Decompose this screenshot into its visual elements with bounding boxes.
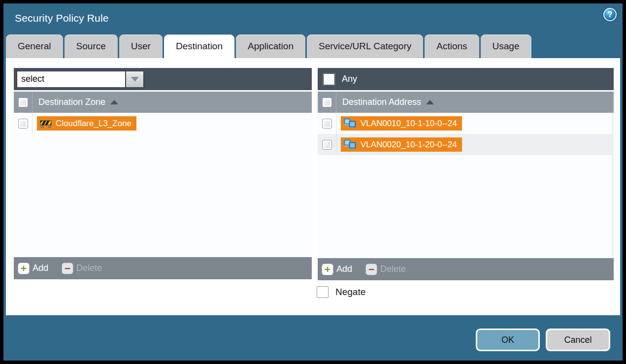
zone-column-text: Destination Zone <box>38 97 105 107</box>
dialog-title: Security Policy Rule <box>15 12 109 24</box>
address-list: VLAN0010_10-1-10-0--24 <box>318 113 614 258</box>
address-add-label: Add <box>336 264 352 274</box>
address-delete-label: Delete <box>380 264 406 274</box>
zone-add-button[interactable]: + Add <box>18 263 57 274</box>
tab-usage[interactable]: Usage <box>481 34 531 58</box>
table-row: Cloudflare_L3_Zone <box>14 113 312 134</box>
address-row-checkbox-1[interactable] <box>322 119 332 129</box>
security-policy-rule-dialog: Security Policy Rule ? General Source Us… <box>3 3 623 361</box>
sort-ascending-icon <box>110 100 118 104</box>
zone-delete-label: Delete <box>76 263 102 273</box>
address-column-label[interactable]: Destination Address <box>342 97 434 107</box>
row-checkbox-cell <box>318 113 336 134</box>
any-toolbar: Any <box>318 68 614 90</box>
zone-panel-footer: + Add − Delete <box>14 257 312 279</box>
negate-label: Negate <box>335 287 365 298</box>
zone-select-combo <box>16 70 144 88</box>
tab-source[interactable]: Source <box>65 34 118 58</box>
address-icon <box>344 118 357 129</box>
tab-destination[interactable]: Destination <box>164 34 234 58</box>
address-item-2[interactable]: VLAN0020_10-1-20-0--24 <box>341 137 462 152</box>
sort-ascending-icon <box>426 100 434 104</box>
row-checkbox-cell <box>14 113 33 134</box>
address-item-1[interactable]: VLAN0010_10-1-10-0--24 <box>341 116 462 131</box>
cancel-button[interactable]: Cancel <box>546 329 610 351</box>
delete-icon: − <box>62 263 73 274</box>
address-row-checkbox-2[interactable] <box>322 140 332 150</box>
negate-checkbox[interactable] <box>317 286 329 298</box>
zone-column-label[interactable]: Destination Zone <box>38 97 118 107</box>
row-checkbox-cell <box>318 134 336 155</box>
any-label: Any <box>342 74 357 84</box>
tab-actions[interactable]: Actions <box>425 34 479 58</box>
zone-item-label: Cloudflare_L3_Zone <box>56 119 132 129</box>
any-checkbox[interactable] <box>323 73 335 85</box>
zone-column-header: Destination Zone <box>14 92 312 113</box>
zone-select-input[interactable] <box>17 71 125 87</box>
zone-item[interactable]: Cloudflare_L3_Zone <box>37 116 136 131</box>
add-icon: + <box>18 263 29 274</box>
tab-application[interactable]: Application <box>236 34 305 58</box>
negate-option: Negate <box>317 286 365 298</box>
address-add-button[interactable]: + Add <box>322 264 361 275</box>
address-panel-footer: + Add − Delete <box>318 258 614 280</box>
zone-row-checkbox[interactable] <box>18 119 28 129</box>
address-item-label: VLAN0020_10-1-20-0--24 <box>361 140 457 150</box>
zone-filter-toolbar <box>14 68 312 90</box>
destination-zone-panel: Destination Zone <box>14 68 312 279</box>
table-row: VLAN0020_10-1-20-0--24 <box>318 134 612 155</box>
zone-select-dropdown-button[interactable] <box>125 71 143 87</box>
chevron-down-icon <box>131 77 139 82</box>
address-column-header: Destination Address <box>318 92 614 113</box>
tab-service-url-category[interactable]: Service/URL Category <box>307 34 423 58</box>
table-row: VLAN0010_10-1-10-0--24 <box>318 113 612 134</box>
tab-user[interactable]: User <box>119 34 163 58</box>
address-column-text: Destination Address <box>342 97 421 107</box>
zone-add-label: Add <box>33 263 48 273</box>
address-delete-button[interactable]: − Delete <box>366 264 415 275</box>
zone-icon <box>40 119 52 128</box>
address-select-all-cell <box>318 92 336 113</box>
destination-address-panel: Any Destination Address <box>318 68 614 280</box>
add-icon: + <box>322 264 333 275</box>
destination-tab-content: Destination Zone <box>6 58 620 315</box>
zone-delete-button[interactable]: − Delete <box>62 263 111 274</box>
zone-select-all-cell <box>14 92 33 113</box>
help-icon[interactable]: ? <box>603 8 617 21</box>
tab-general[interactable]: General <box>6 34 63 58</box>
zone-select-all-checkbox[interactable] <box>18 98 28 107</box>
zone-list: Cloudflare_L3_Zone <box>14 113 312 257</box>
tab-bar: General Source User Destination Applicat… <box>6 34 531 58</box>
delete-icon: − <box>366 264 377 275</box>
address-icon <box>344 139 357 150</box>
ok-button[interactable]: OK <box>476 329 540 351</box>
address-select-all-checkbox[interactable] <box>322 98 332 107</box>
address-item-label: VLAN0010_10-1-10-0--24 <box>361 119 457 129</box>
